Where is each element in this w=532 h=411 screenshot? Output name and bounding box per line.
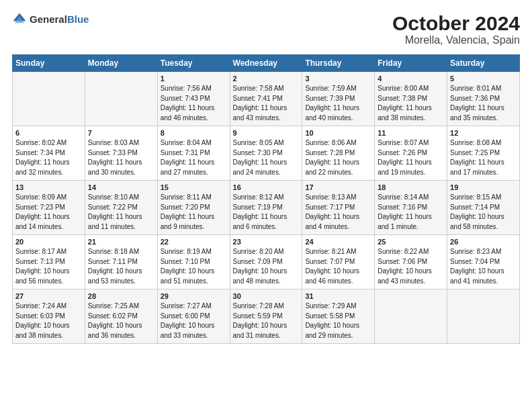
table-row: 10Sunrise: 8:06 AM Sunset: 7:28 PM Dayli… — [302, 126, 375, 181]
logo-general: GeneralBlue — [30, 13, 89, 26]
calendar-week-row: 1Sunrise: 7:56 AM Sunset: 7:43 PM Daylig… — [13, 72, 520, 126]
day-number: 15 — [161, 183, 227, 191]
calendar-title: October 2024 — [392, 12, 520, 34]
day-number: 17 — [305, 183, 371, 191]
table-row: 12Sunrise: 8:08 AM Sunset: 7:25 PM Dayli… — [447, 126, 520, 181]
table-row: 30Sunrise: 7:28 AM Sunset: 5:59 PM Dayli… — [230, 289, 302, 344]
day-number: 30 — [233, 292, 300, 300]
day-number: 7 — [88, 129, 154, 137]
day-number: 16 — [233, 183, 300, 191]
header-thursday: Thursday — [302, 55, 375, 72]
day-info: Sunrise: 8:17 AM Sunset: 7:13 PM Dayligh… — [15, 247, 82, 286]
table-row: 15Sunrise: 8:11 AM Sunset: 7:20 PM Dayli… — [157, 181, 230, 235]
day-number: 14 — [88, 183, 154, 191]
day-info: Sunrise: 7:28 AM Sunset: 5:59 PM Dayligh… — [233, 302, 300, 340]
header-friday: Friday — [375, 55, 447, 72]
table-row: 5Sunrise: 8:01 AM Sunset: 7:36 PM Daylig… — [447, 72, 520, 126]
day-number: 28 — [88, 292, 154, 300]
table-row: 16Sunrise: 8:12 AM Sunset: 7:19 PM Dayli… — [230, 181, 302, 235]
day-info: Sunrise: 8:03 AM Sunset: 7:33 PM Dayligh… — [88, 138, 154, 177]
table-row: 20Sunrise: 8:17 AM Sunset: 7:13 PM Dayli… — [13, 235, 85, 289]
day-info: Sunrise: 7:59 AM Sunset: 7:39 PM Dayligh… — [305, 84, 371, 123]
table-row: 2Sunrise: 7:58 AM Sunset: 7:41 PM Daylig… — [230, 72, 302, 126]
day-number: 12 — [450, 129, 517, 137]
table-row: 14Sunrise: 8:10 AM Sunset: 7:22 PM Dayli… — [85, 181, 157, 235]
calendar-table: Sunday Monday Tuesday Wednesday Thursday… — [12, 54, 520, 344]
day-number: 31 — [305, 292, 371, 300]
day-number: 24 — [305, 238, 371, 246]
day-info: Sunrise: 7:29 AM Sunset: 5:58 PM Dayligh… — [305, 302, 371, 340]
header-wednesday: Wednesday — [230, 55, 302, 72]
day-info: Sunrise: 8:13 AM Sunset: 7:17 PM Dayligh… — [305, 193, 371, 232]
table-row: 23Sunrise: 8:20 AM Sunset: 7:09 PM Dayli… — [230, 235, 302, 289]
table-row — [375, 289, 447, 344]
table-row: 18Sunrise: 8:14 AM Sunset: 7:16 PM Dayli… — [375, 181, 447, 235]
calendar-subtitle: Morella, Valencia, Spain — [392, 34, 520, 46]
table-row: 31Sunrise: 7:29 AM Sunset: 5:58 PM Dayli… — [302, 289, 375, 344]
day-number: 9 — [233, 129, 300, 137]
day-info: Sunrise: 8:07 AM Sunset: 7:26 PM Dayligh… — [378, 138, 444, 177]
calendar-week-row: 27Sunrise: 7:24 AM Sunset: 6:03 PM Dayli… — [13, 289, 520, 344]
day-info: Sunrise: 8:12 AM Sunset: 7:19 PM Dayligh… — [233, 193, 300, 232]
table-row: 22Sunrise: 8:19 AM Sunset: 7:10 PM Dayli… — [157, 235, 230, 289]
day-info: Sunrise: 7:24 AM Sunset: 6:03 PM Dayligh… — [15, 302, 82, 340]
day-number: 13 — [15, 183, 82, 191]
calendar-header-row: Sunday Monday Tuesday Wednesday Thursday… — [13, 55, 520, 72]
table-row: 3Sunrise: 7:59 AM Sunset: 7:39 PM Daylig… — [302, 72, 375, 126]
day-info: Sunrise: 8:23 AM Sunset: 7:04 PM Dayligh… — [450, 247, 517, 286]
day-info: Sunrise: 7:25 AM Sunset: 6:02 PM Dayligh… — [88, 302, 154, 340]
header-tuesday: Tuesday — [157, 55, 230, 72]
table-row: 28Sunrise: 7:25 AM Sunset: 6:02 PM Dayli… — [85, 289, 157, 344]
day-number: 4 — [378, 75, 444, 83]
day-number: 22 — [161, 238, 227, 246]
table-row: 1Sunrise: 7:56 AM Sunset: 7:43 PM Daylig… — [157, 72, 230, 126]
day-info: Sunrise: 8:21 AM Sunset: 7:07 PM Dayligh… — [305, 247, 371, 286]
table-row — [85, 72, 157, 126]
day-number: 10 — [305, 129, 371, 137]
day-info: Sunrise: 8:20 AM Sunset: 7:09 PM Dayligh… — [233, 247, 300, 286]
day-number: 5 — [450, 75, 517, 83]
day-info: Sunrise: 8:06 AM Sunset: 7:28 PM Dayligh… — [305, 138, 371, 177]
day-number: 6 — [15, 129, 82, 137]
logo-icon — [12, 12, 27, 27]
day-info: Sunrise: 8:00 AM Sunset: 7:38 PM Dayligh… — [378, 84, 444, 123]
table-row: 8Sunrise: 8:04 AM Sunset: 7:31 PM Daylig… — [157, 126, 230, 181]
table-row: 24Sunrise: 8:21 AM Sunset: 7:07 PM Dayli… — [302, 235, 375, 289]
table-row — [13, 72, 85, 126]
day-number: 2 — [233, 75, 300, 83]
table-row: 9Sunrise: 8:05 AM Sunset: 7:30 PM Daylig… — [230, 126, 302, 181]
day-info: Sunrise: 8:11 AM Sunset: 7:20 PM Dayligh… — [161, 193, 227, 232]
day-info: Sunrise: 7:27 AM Sunset: 6:00 PM Dayligh… — [161, 302, 227, 340]
logo: GeneralBlue — [12, 12, 89, 27]
header: GeneralBlue October 2024 Morella, Valenc… — [12, 12, 520, 46]
day-number: 20 — [15, 238, 82, 246]
table-row — [447, 289, 520, 344]
day-number: 29 — [161, 292, 227, 300]
day-number: 25 — [378, 238, 444, 246]
header-sunday: Sunday — [13, 55, 85, 72]
day-info: Sunrise: 8:14 AM Sunset: 7:16 PM Dayligh… — [378, 193, 444, 232]
table-row: 27Sunrise: 7:24 AM Sunset: 6:03 PM Dayli… — [13, 289, 85, 344]
day-info: Sunrise: 8:04 AM Sunset: 7:31 PM Dayligh… — [161, 138, 227, 177]
table-row: 17Sunrise: 8:13 AM Sunset: 7:17 PM Dayli… — [302, 181, 375, 235]
day-info: Sunrise: 7:58 AM Sunset: 7:41 PM Dayligh… — [233, 84, 300, 123]
day-info: Sunrise: 8:10 AM Sunset: 7:22 PM Dayligh… — [88, 193, 154, 232]
day-info: Sunrise: 8:22 AM Sunset: 7:06 PM Dayligh… — [378, 247, 444, 286]
table-row: 29Sunrise: 7:27 AM Sunset: 6:00 PM Dayli… — [157, 289, 230, 344]
table-row: 25Sunrise: 8:22 AM Sunset: 7:06 PM Dayli… — [375, 235, 447, 289]
day-info: Sunrise: 8:05 AM Sunset: 7:30 PM Dayligh… — [233, 138, 300, 177]
header-monday: Monday — [85, 55, 157, 72]
day-number: 18 — [378, 183, 444, 191]
table-row: 13Sunrise: 8:09 AM Sunset: 7:23 PM Dayli… — [13, 181, 85, 235]
day-number: 11 — [378, 129, 444, 137]
table-row: 26Sunrise: 8:23 AM Sunset: 7:04 PM Dayli… — [447, 235, 520, 289]
day-number: 21 — [88, 238, 154, 246]
day-number: 3 — [305, 75, 371, 83]
day-number: 27 — [15, 292, 82, 300]
day-number: 26 — [450, 238, 517, 246]
day-info: Sunrise: 8:18 AM Sunset: 7:11 PM Dayligh… — [88, 247, 154, 286]
day-info: Sunrise: 8:15 AM Sunset: 7:14 PM Dayligh… — [450, 193, 517, 232]
day-number: 8 — [161, 129, 227, 137]
header-saturday: Saturday — [447, 55, 520, 72]
day-info: Sunrise: 7:56 AM Sunset: 7:43 PM Dayligh… — [161, 84, 227, 123]
